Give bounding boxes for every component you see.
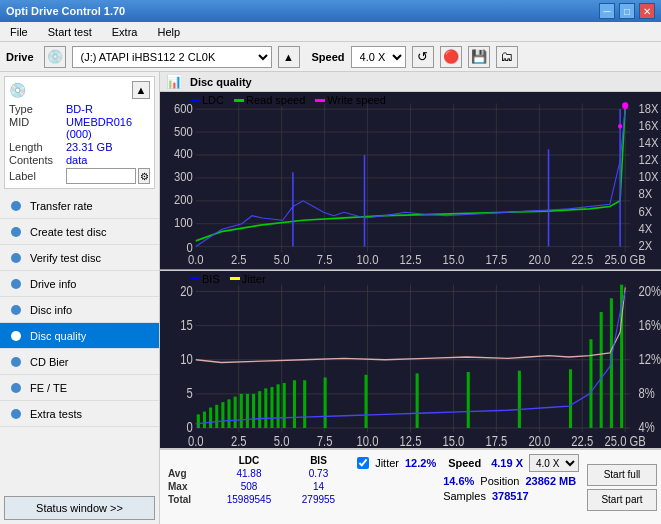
transfer-rate-label: Transfer rate	[30, 200, 93, 212]
length-label: Length	[9, 141, 64, 153]
position-value: 23862 MB	[525, 475, 576, 487]
transfer-rate-icon	[8, 198, 24, 214]
svg-point-58	[622, 102, 628, 109]
maximize-button[interactable]: □	[619, 3, 635, 19]
erase-icon[interactable]: 🔴	[440, 46, 462, 68]
speed-stat-label: Speed	[448, 457, 481, 469]
svg-rect-106	[252, 393, 255, 427]
label-input[interactable]	[66, 168, 136, 184]
svg-point-2	[11, 253, 21, 263]
lower-chart-svg: 0 5 10 15 20 20% 16% 12% 8% 4% 0.0 2.5 5…	[160, 271, 661, 449]
svg-text:20.0: 20.0	[528, 252, 550, 267]
svg-rect-110	[277, 384, 280, 428]
svg-rect-109	[270, 387, 273, 428]
col-ldc: LDC	[210, 454, 288, 467]
svg-text:20.0: 20.0	[528, 432, 550, 448]
svg-text:17.5: 17.5	[485, 432, 507, 448]
speed-stat-select[interactable]: 4.0 X	[529, 454, 579, 472]
avg-bis: 0.73	[288, 467, 349, 480]
app-title: Opti Drive Control 1.70	[6, 5, 125, 17]
svg-text:7.5: 7.5	[317, 252, 333, 267]
samples-row: Samples 378517	[357, 490, 579, 502]
lower-chart: BIS Jitter	[160, 271, 661, 450]
cd-bier-icon	[8, 354, 24, 370]
jitter-value: 12.2%	[405, 457, 436, 469]
disc-eject-btn[interactable]: ▲	[132, 81, 150, 99]
jitter-checkbox[interactable]	[357, 457, 369, 469]
status-window-btn[interactable]: Status window >>	[4, 496, 155, 520]
upper-legend: LDC Read speed Write speed	[190, 94, 386, 106]
svg-text:200: 200	[174, 193, 193, 208]
refresh-icon[interactable]: ↺	[412, 46, 434, 68]
drive-select[interactable]: (J:) ATAPI iHBS112 2 CL0K	[72, 46, 272, 68]
samples-label: Samples	[443, 490, 486, 502]
position-label: Position	[480, 475, 519, 487]
svg-text:25.0 GB: 25.0 GB	[605, 252, 646, 267]
eject-button[interactable]: ▲	[278, 46, 300, 68]
create-test-disc-icon	[8, 224, 24, 240]
svg-text:15.0: 15.0	[443, 252, 465, 267]
svg-text:8X: 8X	[639, 187, 653, 202]
chart-icon: 📊	[166, 74, 182, 89]
svg-rect-108	[264, 388, 267, 428]
sidebar-item-disc-quality[interactable]: Disc quality	[0, 323, 159, 349]
svg-text:0.0: 0.0	[188, 252, 204, 267]
svg-text:14X: 14X	[639, 135, 659, 150]
sidebar: 💿 ▲ Type BD-R MID UMEBDR016 (000) Length…	[0, 72, 160, 524]
fe-te-icon	[8, 380, 24, 396]
sidebar-item-fe-te[interactable]: FE / TE	[0, 375, 159, 401]
mid-value: UMEBDR016 (000)	[66, 116, 150, 140]
svg-rect-119	[569, 369, 572, 428]
drive-bar: Drive 💿 (J:) ATAPI iHBS112 2 CL0K ▲ Spee…	[0, 42, 661, 72]
menu-bar: File Start test Extra Help	[0, 22, 661, 42]
start-full-btn[interactable]: Start full	[587, 464, 657, 486]
minimize-button[interactable]: ─	[599, 3, 615, 19]
svg-point-4	[11, 305, 21, 315]
svg-text:16%: 16%	[639, 316, 661, 333]
sidebar-item-disc-info[interactable]: Disc info	[0, 297, 159, 323]
save-icon[interactable]: 🗂	[496, 46, 518, 68]
sidebar-item-cd-bier[interactable]: CD Bier	[0, 349, 159, 375]
chart-area: 📊 Disc quality LDC Read speed	[160, 72, 661, 524]
stats-row-max: Max 508 14	[164, 480, 349, 493]
menu-help[interactable]: Help	[151, 24, 186, 40]
svg-text:4X: 4X	[639, 221, 653, 236]
write-icon[interactable]: 💾	[468, 46, 490, 68]
create-test-disc-label: Create test disc	[30, 226, 106, 238]
sidebar-item-drive-info[interactable]: Drive info	[0, 271, 159, 297]
menu-file[interactable]: File	[4, 24, 34, 40]
title-bar: Opti Drive Control 1.70 ─ □ ✕	[0, 0, 661, 22]
svg-text:18X: 18X	[639, 101, 659, 116]
svg-point-59	[618, 124, 622, 129]
legend-jitter: Jitter	[230, 273, 266, 285]
drive-label: Drive	[6, 51, 34, 63]
svg-rect-101	[221, 402, 224, 428]
svg-point-1	[11, 227, 21, 237]
svg-text:8%: 8%	[639, 384, 655, 401]
svg-text:10.0: 10.0	[357, 432, 379, 448]
svg-text:25.0 GB: 25.0 GB	[605, 432, 646, 448]
sidebar-item-verify-test-disc[interactable]: Verify test disc	[0, 245, 159, 271]
menu-start-test[interactable]: Start test	[42, 24, 98, 40]
svg-rect-118	[518, 370, 521, 427]
svg-text:0.0: 0.0	[188, 432, 204, 448]
legend-write: Write speed	[315, 94, 386, 106]
svg-text:15: 15	[180, 316, 193, 333]
menu-extra[interactable]: Extra	[106, 24, 144, 40]
max-bis: 14	[288, 480, 349, 493]
label-browse-btn[interactable]: ⚙	[138, 168, 150, 184]
svg-rect-99	[209, 407, 212, 427]
jitter-max-row: 14.6% Position 23862 MB	[357, 475, 579, 487]
sidebar-item-create-test-disc[interactable]: Create test disc	[0, 219, 159, 245]
chart-title: Disc quality	[190, 76, 252, 88]
sidebar-item-extra-tests[interactable]: Extra tests	[0, 401, 159, 427]
svg-text:7.5: 7.5	[317, 432, 333, 448]
speed-stat-value: 4.19 X	[491, 457, 523, 469]
sidebar-item-transfer-rate[interactable]: Transfer rate	[0, 193, 159, 219]
close-button[interactable]: ✕	[639, 3, 655, 19]
start-part-btn[interactable]: Start part	[587, 489, 657, 511]
total-label: Total	[164, 493, 210, 506]
svg-text:12.5: 12.5	[400, 432, 422, 448]
svg-text:12%: 12%	[639, 350, 661, 367]
speed-select[interactable]: 4.0 X	[351, 46, 406, 68]
